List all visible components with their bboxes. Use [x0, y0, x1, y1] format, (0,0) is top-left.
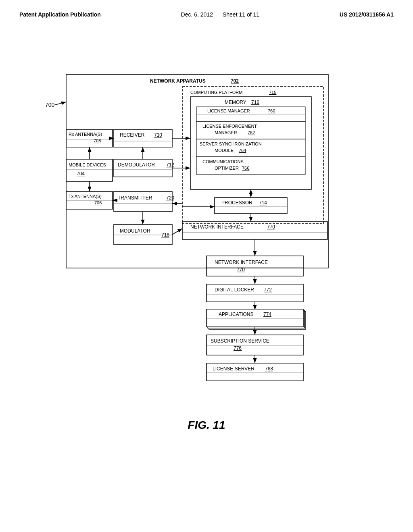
license-enforcement-label2: MANAGER	[215, 130, 237, 135]
license-enforcement-ref: 762	[248, 130, 255, 135]
memory-ref: 716	[251, 100, 259, 105]
server-sync-label2: MODULE	[215, 148, 234, 153]
computing-platform-ref: 715	[269, 90, 276, 95]
diagram-svg: 700 NETWORK APPARATUS 702 COMPUTING PLAT…	[33, 42, 380, 405]
network-interface-inner-label: NETWORK INTERFACE	[190, 224, 244, 230]
tx-antenna-label: Tx ANTENNA(S)	[69, 194, 102, 199]
mobile-devices-label: MOBILE DEVICES	[69, 162, 106, 167]
license-manager-ref: 760	[268, 108, 275, 113]
transmitter-label: TRANSMITTER	[118, 195, 152, 201]
network-interface-server-label1: NETWORK INTERFACE	[215, 260, 268, 265]
digital-locker-ref: 772	[264, 287, 272, 293]
server-sync-ref: 764	[239, 148, 246, 153]
license-manager-label: LICENSE MANAGER	[207, 108, 250, 113]
publication-label: Patent Application Publication	[19, 11, 101, 18]
tx-antenna-ref: 706	[94, 200, 102, 205]
patent-number: US 2012/0311656 A1	[340, 11, 394, 18]
diagram-container: 700 NETWORK APPARATUS 702 COMPUTING PLAT…	[33, 42, 380, 432]
publication-date: Dec. 6, 2012	[181, 11, 213, 18]
comms-optimizer-label1: COMMUNICATIONS	[202, 159, 244, 164]
rx-antenna-ref: 708	[94, 138, 101, 143]
transmitter-ref: 720	[166, 195, 174, 201]
receiver-label: RECEIVER	[120, 132, 145, 138]
computing-platform-label: COMPUTING PLATFORM	[190, 90, 242, 95]
comms-optimizer-ref: 766	[242, 166, 249, 170]
modulator-label: MODULATOR	[120, 228, 150, 234]
network-interface-server-box	[206, 256, 303, 276]
diagram-label: 700	[45, 102, 55, 108]
header-center: Dec. 6, 2012 Sheet 11 of 11	[181, 11, 259, 18]
server-sync-label1: SERVER SYNCHRONIZATION	[200, 141, 262, 146]
license-enforcement-label1: LICENSE ENFORCEMENT	[202, 124, 257, 129]
rx-antenna-label: Rx ANTENNA(S)	[69, 132, 102, 137]
mobile-devices-ref: 704	[77, 171, 85, 177]
digital-locker-label: DIGITAL LOCKER	[215, 287, 254, 293]
computing-platform-box	[182, 87, 323, 224]
applications-ref: 774	[263, 312, 271, 317]
page-header: Patent Application Publication Dec. 6, 2…	[0, 0, 413, 26]
processor-label: PROCESSOR	[221, 200, 252, 206]
processor-ref: 714	[259, 200, 267, 206]
memory-label: MEMORY	[225, 100, 246, 105]
figure-label: FIG. 11	[33, 419, 380, 432]
license-server-label: LICENSE SERVER	[213, 366, 254, 372]
network-apparatus-ref: 702	[231, 78, 239, 84]
main-content: 700 NETWORK APPARATUS 702 COMPUTING PLAT…	[0, 26, 413, 448]
comms-optimizer-label2: OPTIMIZER	[215, 166, 239, 170]
subscription-service-ref: 776	[234, 345, 242, 351]
network-apparatus-box	[66, 75, 328, 268]
transmitter-box	[114, 191, 172, 212]
demodulator-label: DEMODULATOR	[118, 162, 155, 168]
network-interface-inner-ref: 770	[267, 224, 275, 230]
applications-label: APPLICATIONS	[219, 312, 253, 317]
license-server-ref: 768	[265, 366, 273, 372]
svg-line-2	[55, 102, 66, 105]
sheet-info: Sheet 11 of 11	[223, 11, 259, 18]
svg-line-19	[172, 229, 182, 235]
demodulator-ref: 712	[166, 162, 174, 168]
network-interface-server-ref: 770	[237, 267, 245, 272]
network-apparatus-label: NETWORK APPARATUS	[150, 78, 206, 84]
subscription-service-label1: SUBSCRIPTION SERVICE	[211, 338, 269, 344]
receiver-ref: 710	[154, 132, 162, 138]
